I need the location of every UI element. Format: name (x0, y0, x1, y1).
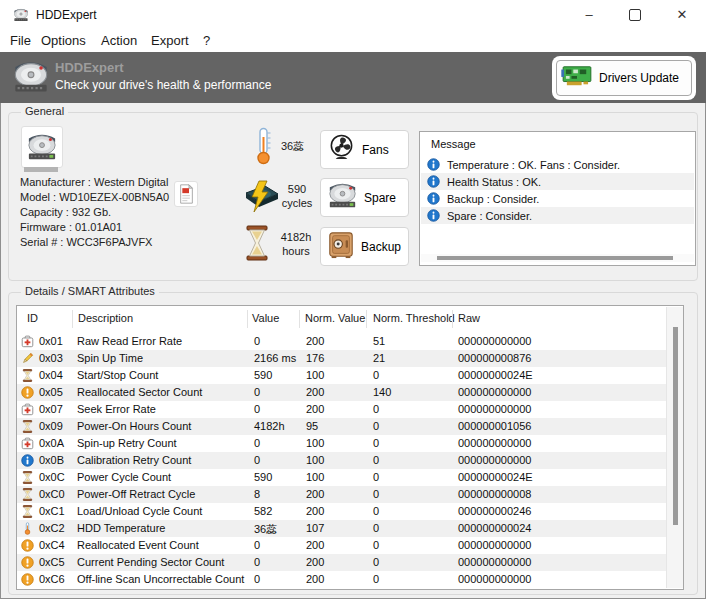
message-text: Health Status : OK. (447, 176, 541, 188)
attr-raw: 000000001056 (458, 420, 531, 432)
attr-norm-threshold: 0 (373, 556, 379, 568)
attr-raw: 000000000876 (458, 352, 531, 364)
menu-export[interactable]: Export (151, 33, 189, 48)
power-on-hours-text: 4182h hours (270, 230, 322, 258)
pencil-icon (21, 352, 34, 365)
attr-norm-value: 200 (306, 403, 324, 415)
info-icon (427, 158, 440, 171)
attr-id: 0x09 (39, 420, 63, 432)
message-horizontal-scrollbar[interactable] (421, 254, 694, 262)
attr-description: Reallocated Sector Count (77, 386, 202, 398)
attr-raw: 000000000008 (458, 488, 531, 500)
header-description[interactable]: Description (78, 312, 133, 324)
smart-row[interactable]: 0x01Raw Read Error Rate02005100000000000… (17, 333, 666, 350)
drivers-update-button[interactable]: Drivers Update (556, 60, 692, 96)
power-on-hours-value: 4182h (270, 230, 322, 244)
minimize-button[interactable]: – (566, 0, 612, 30)
hourglass-icon (21, 471, 34, 484)
info-icon (427, 192, 440, 205)
menu-options[interactable]: Options (41, 33, 86, 48)
attr-id: 0xC4 (39, 539, 65, 551)
safe-icon (327, 231, 355, 263)
maximize-button[interactable] (612, 0, 658, 30)
header-raw[interactable]: Raw (458, 312, 480, 324)
attr-raw: 000000000000 (458, 454, 531, 466)
drive-model: Model : WD10EZEX-00BN5A0 (20, 190, 169, 205)
attr-value: 2166 ms (254, 352, 296, 364)
pdf-report-button[interactable] (174, 181, 198, 207)
menu-help[interactable]: ? (203, 33, 210, 48)
header-id[interactable]: ID (27, 312, 38, 324)
smart-row[interactable]: 0xC6Off-line Scan Uncorrectable Count020… (17, 571, 666, 588)
attr-norm-threshold: 21 (373, 352, 385, 364)
app-window: HDDExpert – ✕ File Options Action Export… (0, 0, 706, 599)
smart-row[interactable]: 0xC0Power-Off Retract Cycle8200000000000… (17, 486, 666, 503)
attr-id: 0x07 (39, 403, 63, 415)
menu-action[interactable]: Action (101, 33, 137, 48)
network-card-icon (561, 64, 593, 92)
smart-row[interactable]: 0x09Power-On Hours Count4182h95000000000… (17, 418, 666, 435)
attr-norm-value: 200 (306, 505, 324, 517)
table-scrollbar-thumb[interactable] (673, 327, 678, 525)
attr-raw: 000000000000 (458, 539, 531, 551)
message-scrollbar-thumb[interactable] (437, 256, 673, 260)
spare-drive-icon (327, 181, 358, 214)
attr-norm-value: 200 (306, 556, 324, 568)
attr-value: 8 (254, 488, 260, 500)
smart-row[interactable]: 0x03Spin Up Time2166 ms17621000000000876 (17, 350, 666, 367)
smart-row[interactable]: 0x0ASpin-up Retry Count01000000000000000 (17, 435, 666, 452)
warning-icon (21, 556, 34, 569)
attr-description: Start/Stop Count (77, 369, 158, 381)
hourglass-icon (21, 369, 34, 382)
attr-id: 0xC0 (39, 488, 65, 500)
power-cycles-value: 590 (272, 182, 322, 196)
attr-description: Power-Off Retract Cycle (77, 488, 195, 500)
general-group-label: General (21, 105, 68, 117)
message-text: Temperature : OK. Fans : Consider. (447, 159, 620, 171)
backup-button[interactable]: Backup (320, 227, 409, 266)
smart-row[interactable]: 0x05Reallocated Sector Count020014000000… (17, 384, 666, 401)
smart-row[interactable]: 0xC5Current Pending Sector Count02000000… (17, 554, 666, 571)
smart-row[interactable]: 0x0CPower Cycle Count590100000000000024E (17, 469, 666, 486)
attr-value: 0 (254, 539, 260, 551)
details-group-label: Details / SMART Attributes (21, 285, 159, 297)
message-item[interactable]: Temperature : OK. Fans : Consider. (421, 156, 694, 173)
spare-button[interactable]: Spare (320, 178, 409, 217)
attr-value: 0 (254, 386, 260, 398)
message-item[interactable]: Backup : Consider. (421, 190, 694, 207)
warning-icon (21, 539, 34, 552)
attr-norm-threshold: 0 (373, 505, 379, 517)
attr-description: Load/Unload Cycle Count (77, 505, 202, 517)
banner-tagline: Check your drive's health & performance (55, 78, 271, 92)
header-norm-threshold[interactable]: Norm. Threshold (373, 312, 455, 324)
menu-file[interactable]: File (10, 33, 31, 48)
smart-row[interactable]: 0x0BCalibration Retry Count0100000000000… (17, 452, 666, 469)
attr-description: Seek Error Rate (77, 403, 156, 415)
attr-norm-value: 200 (306, 488, 324, 500)
fans-button-label: Fans (362, 143, 389, 157)
smart-row[interactable]: 0x04Start/Stop Count590100000000000024E (17, 367, 666, 384)
header-norm-value[interactable]: Norm. Value (305, 312, 365, 324)
header-value[interactable]: Value (252, 312, 279, 324)
close-button[interactable]: ✕ (659, 0, 705, 30)
attr-norm-threshold: 0 (373, 539, 379, 551)
message-item[interactable]: Health Status : OK. (421, 173, 694, 190)
smart-row[interactable]: 0xC2HDD Temperature36蕊1070000000000024 (17, 520, 666, 537)
column-separator (299, 310, 300, 328)
fans-button[interactable]: Fans (320, 130, 409, 169)
attr-norm-value: 100 (306, 369, 324, 381)
temperature-icon (254, 127, 274, 165)
smart-row[interactable]: 0xC4Reallocated Event Count0200000000000… (17, 537, 666, 554)
drive-select-indicator (24, 167, 58, 172)
table-vertical-scrollbar[interactable] (666, 307, 683, 588)
drive-thumbnail-button[interactable] (21, 126, 63, 168)
attr-id: 0x0A (39, 437, 64, 449)
drive-info-block: Manufacturer : Western Digital Model : W… (20, 175, 169, 250)
message-text: Spare : Consider. (447, 210, 532, 222)
smart-row[interactable]: 0xC1Load/Unload Cycle Count5822000000000… (17, 503, 666, 520)
message-item[interactable]: Spare : Consider. (421, 207, 694, 224)
smart-attributes-table: ID Description Value Norm. Value Norm. T… (16, 305, 684, 590)
drive-capacity: Capacity : 932 Gb. (20, 205, 169, 220)
smart-row[interactable]: 0x07Seek Error Rate02000000000000000 (17, 401, 666, 418)
column-separator (452, 310, 453, 328)
